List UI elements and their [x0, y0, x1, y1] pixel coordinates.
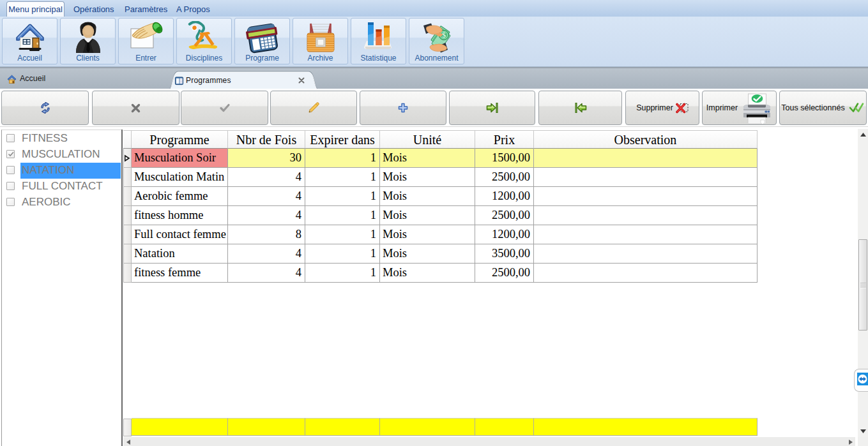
svg-text:$: $ [442, 31, 446, 40]
